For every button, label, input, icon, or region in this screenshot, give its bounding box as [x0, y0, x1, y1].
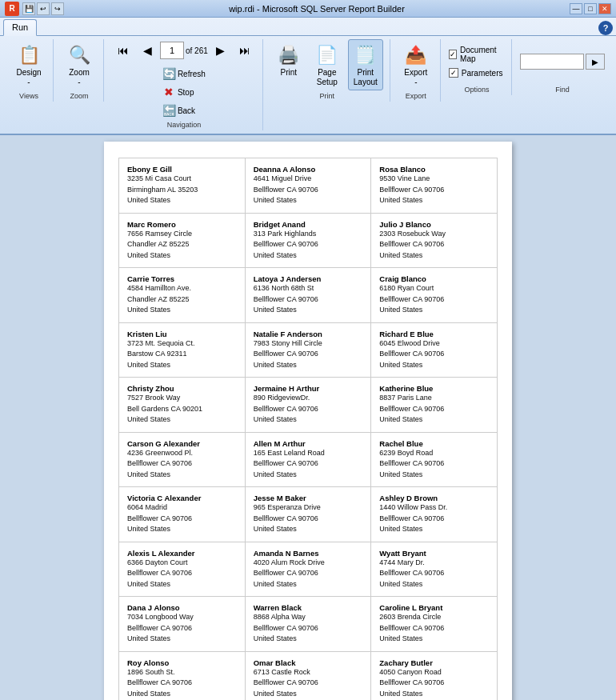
refresh-icon: 🔄 — [162, 67, 175, 80]
contact-cell: Katherine Blue8837 Paris LaneBellflower … — [371, 378, 498, 433]
export-icon: 📤 — [403, 42, 429, 68]
last-button[interactable]: ⏭ — [234, 39, 256, 62]
contact-cell: Julio J Blanco2303 Rosebuck WayBellflowe… — [371, 213, 498, 268]
contact-cell: Victoria C Alexander6064 MadridBellflowe… — [119, 487, 246, 542]
window-title: wip.rdi - Microsoft SQL Server Report Bu… — [64, 4, 570, 14]
contact-cell: Rosa Blanco9530 Vine LaneBellflower CA 9… — [371, 158, 498, 214]
contact-cell: Carrie Torres4584 Hamillton Ave.Chandler… — [119, 268, 246, 323]
help-button[interactable]: ? — [598, 21, 613, 35]
contact-cell: Warren Black8868 Alpha WayBellflower CA … — [245, 597, 371, 652]
stop-button[interactable]: ✖ Stop — [158, 83, 210, 101]
redo-icon[interactable]: ↪ — [51, 2, 64, 15]
ribbon-group-navigation: ⏮ ◀ of 261 ▶ ⏭ 🔄 Refresh — [106, 39, 263, 130]
zoom-label: Zoom - — [69, 68, 90, 87]
find-button[interactable]: ▶ — [586, 54, 605, 70]
ribbon-group-print: 🖨️ Print 📄 PageSetup 🗒️ PrintLayout Prin… — [265, 39, 390, 102]
contact-cell: Allen M Arthur165 East Leland RoadBellfl… — [245, 432, 371, 487]
contact-cell: Deanna A Alonso4641 Miguel DriveBellflow… — [245, 158, 371, 214]
page-setup-icon: 📄 — [314, 42, 340, 68]
navigation-group-label: Navigation — [167, 119, 202, 129]
report-table: Ebony E Gill3235 Mi Casa CourtBirmingham… — [118, 158, 498, 700]
back-icon: 🔙 — [162, 104, 175, 117]
contact-cell: Carson G Alexander4236 Greenwood Pl.Bell… — [119, 432, 246, 487]
ribbon-group-export: 📤 Export- Export — [392, 39, 441, 102]
print-label: Print — [281, 68, 298, 78]
next-button[interactable]: ▶ — [210, 39, 232, 62]
export-label: Export- — [404, 68, 427, 87]
print-layout-label: PrintLayout — [354, 68, 378, 87]
contact-cell: Latoya J Andersen6136 North 68th StBellf… — [245, 268, 371, 323]
parameters-checkbox-box[interactable]: ✓ — [449, 68, 458, 78]
contact-cell: Richard E Blue6045 Elwood DriveBellflowe… — [371, 322, 498, 378]
maximize-button[interactable]: □ — [584, 3, 597, 14]
page-number-input[interactable] — [160, 42, 184, 59]
export-button[interactable]: 📤 Export- — [398, 39, 434, 90]
previous-button[interactable]: ◀ — [136, 39, 158, 62]
zoom-button[interactable]: 🔍 Zoom - — [62, 39, 97, 90]
contact-cell: Alexis L Alexander6366 Dayton CourtBellf… — [119, 542, 246, 597]
contact-cell: Roy Alonso1896 South St.Bellflower CA 90… — [119, 651, 246, 700]
ribbon-content: 📋 Design - Views 🔍 Zoom - — [0, 36, 616, 134]
contact-cell: Caroline L Bryant2603 Brenda CircleBellf… — [371, 597, 498, 652]
ribbon: Run ? 📋 Design - Views 🔍 — [0, 18, 616, 135]
contact-cell: Christy Zhou7527 Brook WayBell Gardens C… — [119, 378, 246, 433]
minimize-button[interactable]: — — [570, 3, 582, 14]
contact-cell: Kristen Liu3723 Mt. Sequoia Ct.Barstow C… — [119, 322, 246, 378]
contact-cell: Ashley D Brown1440 Willow Pass Dr.Bellfl… — [371, 487, 498, 542]
tab-run[interactable]: Run — [3, 19, 37, 36]
print-layout-icon: 🗒️ — [353, 42, 378, 68]
page-of-text: of 261 — [186, 46, 208, 55]
contact-cell: Jesse M Baker965 Esperanza DriveBellflow… — [245, 487, 371, 542]
ribbon-group-options: ✓ Document Map ✓ Parameters Options — [442, 39, 512, 95]
export-group-label: Export — [406, 90, 426, 100]
page-setup-label: PageSetup — [317, 68, 338, 87]
contact-cell: Jermaine H Arthur890 RidgeviewDr.Bellflo… — [245, 378, 371, 433]
design-icon: 📋 — [16, 42, 42, 68]
document-map-label: Document Map — [460, 46, 505, 63]
print-button[interactable]: 🖨️ Print — [271, 39, 306, 81]
title-bar: R 💾 ↩ ↪ wip.rdi - Microsoft SQL Server R… — [0, 0, 616, 18]
ribbon-group-zoom: 🔍 Zoom - Zoom — [55, 39, 104, 102]
stop-icon: ✖ — [162, 86, 175, 98]
contact-cell: Craig Blanco6180 Ryan CourtBellflower CA… — [371, 268, 498, 323]
find-group-label: Find — [555, 84, 570, 94]
first-button[interactable]: ⏮ — [112, 39, 134, 62]
parameters-label: Parameters — [462, 69, 503, 78]
undo-icon[interactable]: ↩ — [37, 2, 50, 15]
options-group-label: Options — [464, 84, 489, 94]
contact-cell: Zachary Butler4050 Canyon RoadBellflower… — [371, 651, 498, 700]
contact-cell: Wyatt Bryant4744 Mary Dr.Bellflower CA 9… — [371, 542, 498, 597]
page-setup-button[interactable]: 📄 PageSetup — [310, 39, 345, 90]
print-layout-button[interactable]: 🗒️ PrintLayout — [348, 39, 383, 90]
ribbon-group-find: ▶ Find — [514, 39, 611, 95]
viewer-area: Ebony E Gill3235 Mi Casa CourtBirmingham… — [0, 135, 616, 700]
zoom-group-label: Zoom — [70, 90, 88, 100]
contact-cell: Amanda N Barnes4020 Alum Rock DriveBellf… — [245, 542, 371, 597]
print-group-label: Print — [320, 90, 335, 100]
contact-cell: Natalie F Anderson7983 Stony Hill Circle… — [245, 322, 371, 378]
contact-cell: Dana J Alonso7034 Longbood WayBellflower… — [119, 597, 246, 652]
contact-cell: Omar Black6713 Castle RockBellflower CA … — [245, 651, 371, 700]
document-map-checkbox[interactable]: ✓ Document Map — [449, 46, 505, 63]
close-button[interactable]: ✕ — [598, 3, 611, 14]
contact-cell: Rachel Blue6239 Boyd RoadBellflower CA 9… — [371, 432, 498, 487]
app-icon: R — [5, 2, 19, 16]
contact-cell: Bridget Anand313 Park HighlandsBellflowe… — [245, 213, 371, 268]
ribbon-tab-bar: Run ? — [0, 18, 616, 36]
design-label: Design - — [16, 68, 41, 87]
ribbon-group-views: 📋 Design - Views — [5, 39, 54, 102]
zoom-icon: 🔍 — [66, 42, 92, 68]
print-icon: 🖨️ — [276, 42, 302, 68]
parameters-checkbox[interactable]: ✓ Parameters — [449, 68, 505, 78]
find-input[interactable] — [520, 54, 584, 70]
report-page: Ebony E Gill3235 Mi Casa CourtBirmingham… — [104, 142, 512, 700]
contact-cell: Ebony E Gill3235 Mi Casa CourtBirmingham… — [119, 158, 246, 214]
back-button[interactable]: 🔙 Back — [158, 102, 210, 119]
quick-save-icon[interactable]: 💾 — [22, 2, 35, 15]
document-map-checkbox-box[interactable]: ✓ — [449, 50, 457, 59]
refresh-button[interactable]: 🔄 Refresh — [158, 65, 210, 82]
views-group-label: Views — [19, 90, 38, 100]
contact-cell: Marc Romero7656 Ramsey CircleChandler AZ… — [119, 213, 246, 268]
design-button[interactable]: 📋 Design - — [11, 39, 46, 90]
